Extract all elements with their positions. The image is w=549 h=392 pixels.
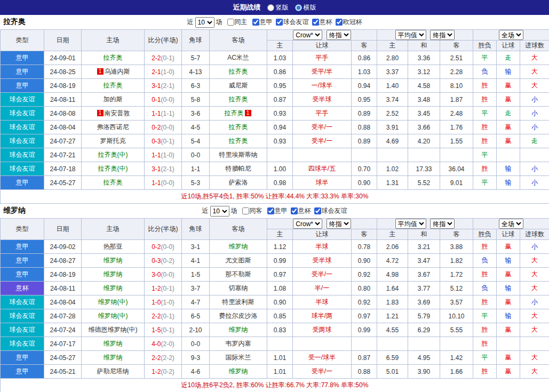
home-team[interactable]: 弗洛西诺尼 xyxy=(82,121,145,134)
away-team[interactable]: 拉齐奥 xyxy=(210,93,267,107)
away-team[interactable]: 费拉尔皮沙洛 xyxy=(210,309,267,323)
home-team[interactable]: 拉齐奥 xyxy=(82,79,145,93)
away-team[interactable]: 维罗纳 xyxy=(210,323,267,337)
league-filter[interactable]: 球会友谊 xyxy=(314,206,347,215)
home-team[interactable]: 1南安普敦 xyxy=(82,107,145,121)
away-team[interactable]: 拉齐奥 xyxy=(210,121,267,134)
recent-count-select[interactable]: 10 xyxy=(210,206,229,217)
home-team[interactable]: 维罗纳 xyxy=(82,351,145,365)
away-team[interactable]: 特腊帕尼 xyxy=(210,162,267,176)
away-team[interactable]: 拉齐奥 xyxy=(210,134,267,148)
average-mode-select[interactable]: 终指 xyxy=(430,30,455,40)
avg-draw: 4.20 xyxy=(408,134,440,148)
away-team[interactable]: 那不勒斯 xyxy=(210,268,267,282)
league-checkbox[interactable] xyxy=(291,207,298,214)
home-team[interactable]: 维罗纳 xyxy=(82,254,145,268)
result-wdl: 胜 xyxy=(473,365,497,379)
league-checkbox[interactable] xyxy=(336,19,343,26)
same-venue-checkbox[interactable] xyxy=(242,207,249,214)
average-select[interactable]: 平均值 xyxy=(395,219,426,229)
same-venue-checkbox[interactable] xyxy=(227,19,234,26)
league-checkbox[interactable] xyxy=(314,207,321,214)
league-type-badge: 球会友谊 xyxy=(1,309,44,323)
home-team[interactable]: 拉齐奥(中) xyxy=(82,162,145,176)
odds-handicap: 受一/球半 xyxy=(293,351,352,365)
home-team[interactable]: 维罗纳 xyxy=(82,268,145,282)
league-filter[interactable]: 意杯 xyxy=(312,18,332,27)
away-team[interactable]: 维罗纳 xyxy=(210,240,267,254)
league-checkbox[interactable] xyxy=(276,19,283,26)
league-filter[interactable]: 球会友谊 xyxy=(276,18,309,27)
away-team[interactable]: AC米兰 xyxy=(210,51,267,65)
same-venue-filter[interactable]: 同主 xyxy=(227,18,248,27)
home-team[interactable]: 热那亚 xyxy=(82,240,145,254)
home-team[interactable]: 拉齐奥 xyxy=(82,176,145,190)
avg-draw: 4.95 xyxy=(408,351,440,365)
home-team[interactable]: 维罗纳(中) xyxy=(82,309,145,323)
result-goals: 小 xyxy=(520,162,549,176)
league-filter[interactable]: 意甲 xyxy=(267,206,288,215)
league-filter[interactable]: 意杯 xyxy=(291,206,311,215)
home-team[interactable]: 萨勒尼塔纳 xyxy=(82,365,145,379)
match-date: 24-07-21 xyxy=(44,148,82,162)
same-venue-filter[interactable]: 同客 xyxy=(242,206,262,215)
corners: 9-3 xyxy=(182,351,210,365)
league-label: 意杯 xyxy=(320,18,332,27)
away-team[interactable]: 特里波利斯 xyxy=(210,295,267,309)
league-checkbox[interactable] xyxy=(252,19,259,26)
league-filter[interactable]: 意甲 xyxy=(252,18,273,27)
avg-home: 4.98 xyxy=(377,268,408,282)
home-team[interactable]: 罗斯托克 xyxy=(82,134,145,148)
away-team[interactable]: 切塞纳 xyxy=(210,282,267,295)
league-checkbox[interactable] xyxy=(267,207,274,214)
layout-horizontal-option[interactable]: 横版 xyxy=(295,3,316,12)
away-team[interactable]: 维罗纳 xyxy=(210,365,267,379)
home-team[interactable]: 维罗纳(中) xyxy=(82,295,145,309)
vertical-radio[interactable] xyxy=(267,4,274,11)
avg-draw xyxy=(408,337,440,351)
company-mode-select[interactable]: 终指 xyxy=(327,30,351,40)
league-label: 意甲 xyxy=(275,206,288,215)
average-mode-select[interactable]: 终指 xyxy=(430,219,455,229)
vertical-label: 竖版 xyxy=(276,3,289,12)
away-team[interactable]: 国际米兰 xyxy=(210,351,267,365)
home-team[interactable]: 1乌迪内斯 xyxy=(82,65,145,79)
away-team[interactable]: 威尼斯 xyxy=(210,79,267,93)
odds-home: 0.87 xyxy=(267,93,293,107)
home-team[interactable]: 维罗纳 xyxy=(82,282,145,295)
away-team[interactable]: 特里埃斯蒂纳 xyxy=(210,148,267,162)
odds-handicap: 平手 xyxy=(293,107,352,121)
match-row: 球会友谊24-08-081南安普敦1-1(1-1)3-6拉齐奥10.93平手0.… xyxy=(1,107,549,121)
recent-count-select[interactable]: 10 xyxy=(195,17,214,28)
league-type-badge: 球会友谊 xyxy=(1,148,44,162)
home-team[interactable]: 维罗纳 xyxy=(82,337,145,351)
away-team[interactable]: 尤文图斯 xyxy=(210,254,267,268)
away-team[interactable]: 拉齐奥1 xyxy=(210,107,267,121)
average-select[interactable]: 平均值 xyxy=(395,30,426,40)
home-team[interactable]: 维德恩维罗纳(中) xyxy=(82,323,145,337)
home-team[interactable]: 加的斯 xyxy=(82,93,145,107)
company-select[interactable]: Crow* xyxy=(293,30,322,40)
league-filter[interactable]: 欧冠杯 xyxy=(336,18,362,27)
away-team[interactable]: 韦罗内塞 xyxy=(210,337,267,351)
away-team[interactable]: 拉齐奥 xyxy=(210,65,267,79)
scope-select[interactable]: 全场 xyxy=(499,30,523,40)
away-team[interactable]: 萨索洛 xyxy=(210,176,267,190)
result-goals: 大 xyxy=(520,254,549,268)
match-date: 24-07-28 xyxy=(44,309,82,323)
odds-handicap: 平手 xyxy=(293,51,352,65)
league-checkbox[interactable] xyxy=(312,19,319,26)
company-select[interactable]: Crow* xyxy=(293,219,322,229)
col-home: 主场 xyxy=(82,30,145,51)
odds-away: 0.80 xyxy=(352,282,377,295)
home-team[interactable]: 拉齐奥 xyxy=(82,51,145,65)
layout-vertical-option[interactable]: 竖版 xyxy=(267,3,289,12)
score: 1-0(1-0) xyxy=(145,295,182,309)
scope-select[interactable]: 全场 xyxy=(499,219,523,229)
home-team[interactable]: 拉齐奥(中) xyxy=(82,148,145,162)
match-row: 球会友谊24-08-04维罗纳(中)1-0(1-0)4-7特里波利斯0.90半球… xyxy=(1,295,549,309)
score: 1-1(1-0) xyxy=(145,148,182,162)
company-mode-select[interactable]: 终指 xyxy=(327,219,351,229)
league-type-badge: 球会友谊 xyxy=(1,323,44,337)
horizontal-radio[interactable] xyxy=(295,4,302,11)
